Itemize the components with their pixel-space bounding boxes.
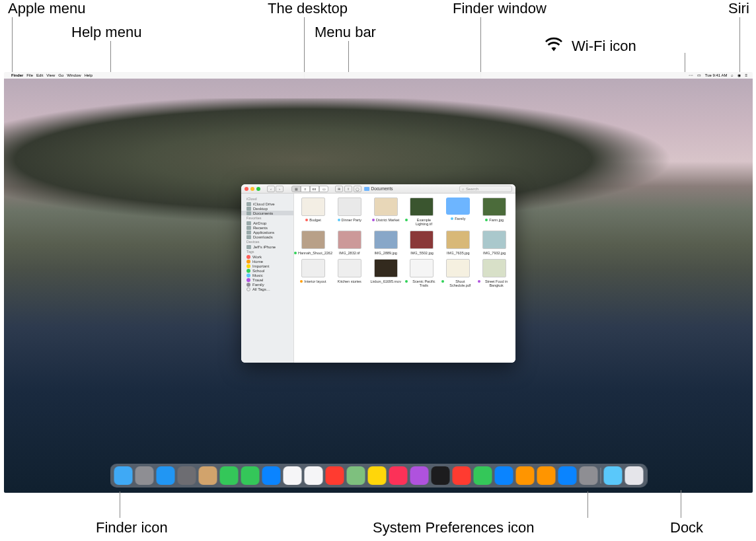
close-button[interactable] [245,187,248,191]
file-item[interactable]: IMG_2889.jpg [369,231,402,255]
file-item[interactable]: Farm.jpg [478,198,511,227]
sidebar-item[interactable]: Home [241,259,293,264]
tag-dot [338,219,340,221]
dock-app-launchpad[interactable] [135,466,153,485]
view-icon-button[interactable]: ▦ [291,186,301,192]
sidebar-item[interactable]: Documents [241,211,293,215]
dock-app-finder[interactable] [114,466,132,485]
annotation-menu-bar: Menu bar [315,24,376,41]
file-item[interactable]: Example Lighting.tif [405,198,438,227]
sidebar-item[interactable]: Recents [241,225,293,230]
menubar-spotlight-icon[interactable]: ⌕ [731,73,734,77]
sidebar-item[interactable]: Jeff's iPhone [241,244,293,249]
menubar-clock[interactable]: Tue 9:41 AM [705,73,728,77]
dock-app-maps[interactable] [346,466,365,485]
nav-forward-button[interactable]: › [276,186,284,192]
sidebar-item[interactable]: School [241,268,293,273]
menu-go[interactable]: Go [58,73,63,77]
file-thumbnail [301,198,325,216]
dock-app-calendar[interactable] [325,466,344,485]
menu-help[interactable]: Help [85,73,93,77]
file-item[interactable]: District Market [369,198,402,227]
dock-app-numbers[interactable] [473,466,492,485]
zoom-button[interactable] [256,187,260,191]
dock-app-podcasts[interactable] [410,466,428,485]
sidebar-item[interactable]: iCloud Drive [241,201,293,206]
nav-back-button[interactable]: ‹ [267,186,275,192]
share-button[interactable]: ⇧ [344,186,352,192]
tag-dot [294,252,297,254]
dock-app-pages[interactable] [515,466,534,485]
menubar-wifi-icon[interactable]: ◦◦◦ [689,73,693,77]
file-item[interactable]: IMG_2832.tif [333,231,366,255]
annotation-finder-icon: Finder icon [96,519,168,536]
file-thumbnail [301,259,325,277]
dock-app-messages[interactable] [241,466,259,485]
view-list-button[interactable]: ≡ [301,186,310,192]
sidebar-item[interactable]: Important [241,264,293,268]
file-item[interactable]: IMG_5502.jpg [405,231,438,255]
file-item[interactable]: Family [441,198,474,227]
dock-app-reminders[interactable] [304,466,322,485]
sidebar-item[interactable]: Work [241,254,293,259]
file-thumbnail [374,198,398,216]
dock-app-music[interactable] [389,466,407,485]
sidebar-item[interactable]: Travel [241,277,293,282]
file-item[interactable]: Scenic Pacific Trails [405,259,438,288]
menu-edit[interactable]: Edit [36,73,43,77]
dock-app-contacts[interactable] [198,466,217,485]
dock-app-trash[interactable] [624,466,643,485]
menu-window[interactable]: Window [67,73,81,77]
sidebar-item[interactable]: AirDrop [241,221,293,225]
search-field[interactable]: ⌕ Search [459,186,512,192]
finder-window[interactable]: ‹ › ▦ ≡ ⫿⫿ ▭ ⊞ ⇧ ◯ Documents ⌕ Search [241,184,515,363]
finder-title-text: Documents [371,186,393,191]
dock-app-photos[interactable] [283,466,301,485]
view-gallery-button[interactable]: ▭ [319,186,328,192]
file-name: Family [451,217,465,221]
menubar-siri-icon[interactable]: ◉ [737,73,741,77]
sidebar-item[interactable]: Family [241,282,293,287]
dock-app-keynote[interactable] [494,466,513,485]
dock-app-system-preferences[interactable] [579,466,597,485]
dock-app-app-store[interactable] [558,466,576,485]
view-column-button[interactable]: ⫿⫿ [310,186,319,192]
group-button[interactable]: ⊞ [335,186,343,192]
menubar-battery-icon[interactable]: ▭ [697,73,701,77]
file-item[interactable]: IMG_7932.jpg [478,231,511,255]
file-thumbnail [410,198,434,216]
dock-app-facetime[interactable] [219,466,238,485]
tag-icon [246,269,250,273]
sidebar-item[interactable]: Desktop [241,206,293,211]
tags-button[interactable]: ◯ [354,186,361,192]
file-item[interactable]: Interior layout [297,259,330,288]
dock-app-news[interactable] [452,466,471,485]
dock-app-tv[interactable] [431,466,449,485]
sidebar-item[interactable]: Applications [241,230,293,234]
sidebar-item[interactable]: Music [241,273,293,277]
menubar-app-name[interactable]: Finder [11,73,23,77]
sidebar-label: Home [252,260,263,264]
file-item[interactable]: Kitchen stories [333,259,366,288]
file-item[interactable]: Shoot Schedule.pdf [441,259,474,288]
menubar-notifications-icon[interactable]: ≡ [745,73,747,77]
menu-view[interactable]: View [46,73,55,77]
file-item[interactable]: Budget [297,198,330,227]
sidebar-item[interactable]: All Tags… [241,287,293,291]
minimize-button[interactable] [250,187,254,191]
file-name: Scenic Pacific Trails [405,279,438,288]
menu-file[interactable]: File [26,73,33,77]
file-item[interactable]: Hannah_Shoot_2262 [297,231,330,255]
dock-app-mission-control[interactable] [177,466,196,485]
dock-app-safari[interactable] [156,466,174,485]
sidebar-item[interactable]: Downloads [241,234,293,239]
finder-titlebar[interactable]: ‹ › ▦ ≡ ⫿⫿ ▭ ⊞ ⇧ ◯ Documents ⌕ Search [241,184,515,194]
dock-app-mail[interactable] [262,466,280,485]
file-item[interactable]: Dinner Party [333,198,366,227]
dock-app-books[interactable] [537,466,555,485]
file-item[interactable]: Lisbon_61695.mov [369,259,402,288]
file-item[interactable]: IMG_7635.jpg [441,231,474,255]
file-item[interactable]: Street Food in Bangkok [478,259,511,288]
dock-app-notes[interactable] [367,466,386,485]
dock-app-downloads[interactable] [603,466,622,485]
